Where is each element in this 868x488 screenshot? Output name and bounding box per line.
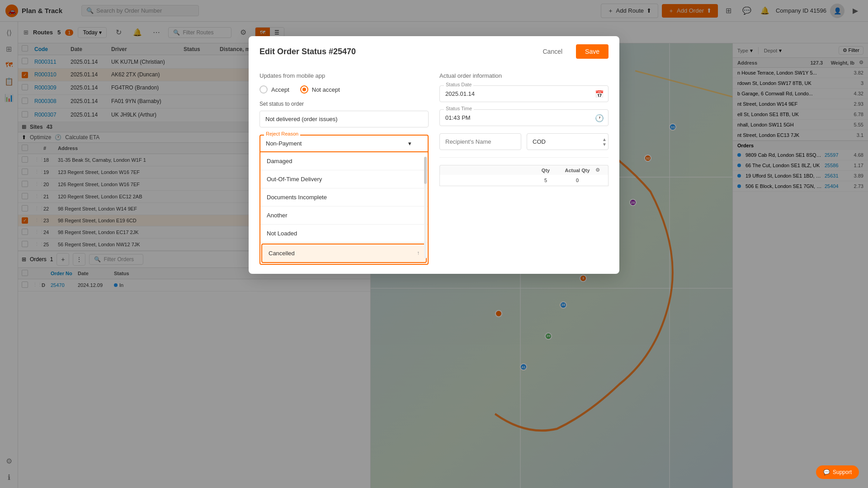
modal-two-col: Updates from mobile app Accept Not accep… — [259, 72, 609, 265]
status-time-label: Status Time — [444, 106, 474, 111]
modal-header: Edit Order Status #25470 Cancel Save — [249, 36, 619, 65]
accept-radio-circle — [259, 85, 268, 94]
products-section: Qty Actual Qty ⚙ 5 0 — [439, 157, 609, 186]
dropdown-item-not-loaded[interactable]: Not Loaded — [260, 225, 428, 243]
clock-icon[interactable]: 🕐 — [595, 113, 604, 122]
support-button[interactable]: 💬 Support — [816, 465, 859, 479]
status-time-field: Status Time 🕐 — [439, 109, 609, 126]
modal-body: Updates from mobile app Accept Not accep… — [249, 65, 619, 274]
modal-header-actions: Cancel Save — [534, 44, 609, 59]
reject-reason-wrapper: Reject Reason Non-Payment ▾ Damaged Out-… — [259, 135, 429, 265]
status-time-input[interactable] — [439, 109, 609, 126]
updates-label: Updates from mobile app — [259, 72, 429, 79]
modal-left: Updates from mobile app Accept Not accep… — [259, 72, 429, 265]
cod-down-arrow-icon[interactable]: ▼ — [602, 142, 607, 146]
recipient-field — [439, 133, 521, 150]
calendar-icon[interactable]: 📅 — [595, 89, 604, 98]
col-qty: Qty — [532, 168, 559, 173]
reject-reason-arrow-icon: ▾ — [408, 140, 411, 147]
status-date-field: Status Date 📅 — [439, 85, 609, 102]
dropdown-item-another[interactable]: Another — [260, 206, 428, 225]
dropdown-item-documents[interactable]: Documents Incomplete — [260, 188, 428, 206]
accept-radio-option[interactable]: Accept — [259, 85, 289, 94]
col-actual-qty: Actual Qty — [559, 168, 595, 173]
recipient-name-input[interactable] — [439, 133, 521, 150]
dropdown-item-cancelled[interactable]: Cancelled ↑ — [261, 244, 427, 263]
cancel-button[interactable]: Cancel — [534, 44, 571, 59]
dropdown-scrollbar[interactable] — [424, 157, 427, 258]
set-status-label: Set status to order — [259, 101, 429, 107]
modal-right: Actual order information Status Date 📅 S… — [439, 72, 609, 265]
recipient-cod-row: ▲ ▼ — [439, 133, 609, 150]
cod-spinner: ▲ ▼ — [602, 137, 607, 146]
status-date-input[interactable] — [439, 85, 609, 102]
product-qty: 5 — [532, 178, 559, 183]
not-accept-radio-option[interactable]: Not accept — [300, 85, 340, 94]
order-status-select-wrapper: Not delivered (order issues) — [259, 111, 429, 127]
cod-field-wrapper: ▲ ▼ — [527, 133, 609, 150]
cod-input[interactable] — [527, 133, 609, 150]
edit-order-status-modal: Edit Order Status #25470 Cancel Save Upd… — [249, 36, 619, 274]
save-button[interactable]: Save — [576, 44, 609, 59]
actual-info-label: Actual order information — [439, 72, 609, 79]
accept-radio-group: Accept Not accept — [259, 85, 429, 94]
reject-reason-select[interactable]: Non-Payment ▾ — [259, 135, 429, 152]
support-icon: 💬 — [823, 469, 830, 475]
dropdown-item-damaged[interactable]: Damaged — [260, 152, 428, 170]
products-filter-icon[interactable]: ⚙ — [595, 167, 604, 173]
products-table-header: Qty Actual Qty ⚙ — [439, 165, 609, 175]
order-status-select[interactable]: Not delivered (order issues) — [259, 111, 429, 127]
modal-title: Edit Order Status #25470 — [259, 47, 356, 56]
status-date-label: Status Date — [444, 82, 473, 87]
dropdown-item-out-of-time[interactable]: Out-Of-Time Delivery — [260, 170, 428, 188]
modal-overlay[interactable]: Edit Order Status #25470 Cancel Save Upd… — [0, 0, 868, 488]
not-accept-radio-circle — [300, 85, 308, 94]
reject-reason-dropdown: Damaged Out-Of-Time Delivery Documents I… — [259, 152, 429, 265]
reject-reason-label: Reject Reason — [264, 131, 300, 136]
product-row: 5 0 — [439, 175, 609, 186]
cod-wrapper: ▲ ▼ — [527, 133, 609, 150]
cod-up-arrow-icon[interactable]: ▲ — [602, 137, 607, 141]
product-actual-qty: 0 — [559, 178, 595, 183]
